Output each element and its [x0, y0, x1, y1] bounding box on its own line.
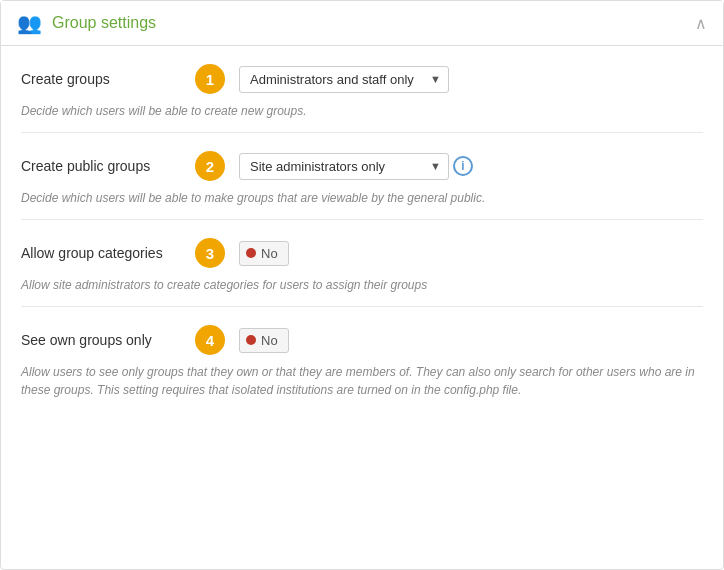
desc-allow-group-categories: Allow site administrators to create cate…: [21, 276, 703, 294]
group-settings-panel: 👥 Group settings ∧ Create groups 1 Admin…: [0, 0, 724, 570]
badge-4: 4: [195, 325, 225, 355]
panel-header-left: 👥 Group settings: [17, 11, 156, 35]
setting-row-create-groups: Create groups 1 Administrators and staff…: [21, 46, 703, 133]
setting-control-create-public-groups: Create public groups 2 Site administrato…: [21, 151, 703, 181]
toggle-see-own-groups-only[interactable]: No: [239, 328, 289, 353]
desc-create-public-groups: Decide which users will be able to make …: [21, 189, 703, 207]
select-wrapper-create-groups: Administrators and staff only All users …: [239, 66, 449, 93]
toggle-label-4: No: [261, 333, 278, 348]
label-create-groups: Create groups: [21, 71, 181, 87]
collapse-icon[interactable]: ∧: [695, 14, 707, 33]
setting-control-allow-group-categories: Allow group categories 3 No: [21, 238, 703, 268]
select-info-row: Site administrators only Administrators …: [239, 153, 473, 180]
select-create-public-groups[interactable]: Site administrators only Administrators …: [239, 153, 449, 180]
badge-1: 1: [195, 64, 225, 94]
label-allow-group-categories: Allow group categories: [21, 245, 181, 261]
badge-3: 3: [195, 238, 225, 268]
setting-row-allow-group-categories: Allow group categories 3 No Allow site a…: [21, 220, 703, 307]
select-wrapper-create-public-groups: Site administrators only Administrators …: [239, 153, 449, 180]
setting-row-create-public-groups: Create public groups 2 Site administrato…: [21, 133, 703, 220]
toggle-dot-3: [246, 248, 256, 258]
panel-body: Create groups 1 Administrators and staff…: [1, 46, 723, 411]
setting-row-see-own-groups-only: See own groups only 4 No Allow users to …: [21, 307, 703, 411]
info-icon[interactable]: i: [453, 156, 473, 176]
group-icon: 👥: [17, 11, 42, 35]
panel-title: Group settings: [52, 14, 156, 32]
setting-control-create-groups: Create groups 1 Administrators and staff…: [21, 64, 703, 94]
label-see-own-groups-only: See own groups only: [21, 332, 181, 348]
select-create-groups[interactable]: Administrators and staff only All users …: [239, 66, 449, 93]
toggle-label-3: No: [261, 246, 278, 261]
toggle-dot-4: [246, 335, 256, 345]
desc-see-own-groups-only: Allow users to see only groups that they…: [21, 363, 703, 399]
panel-header: 👥 Group settings ∧: [1, 1, 723, 46]
setting-control-see-own-groups-only: See own groups only 4 No: [21, 325, 703, 355]
desc-create-groups: Decide which users will be able to creat…: [21, 102, 703, 120]
toggle-allow-group-categories[interactable]: No: [239, 241, 289, 266]
label-create-public-groups: Create public groups: [21, 158, 181, 174]
badge-2: 2: [195, 151, 225, 181]
